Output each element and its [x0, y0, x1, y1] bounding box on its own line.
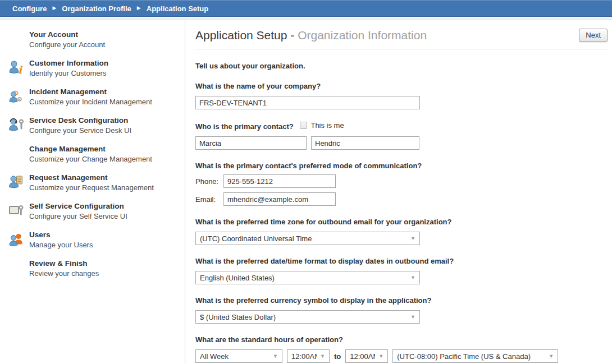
- sidebar-item-title: Review & Finish: [29, 259, 99, 269]
- sidebar-item-title: Self Service Configuration: [29, 201, 127, 211]
- next-button[interactable]: Next: [579, 29, 608, 42]
- hours-of-operation-question: What are the standard hours of operation…: [195, 335, 608, 344]
- breadcrumb: Configure ▶ Organization Profile ▶ Appli…: [0, 0, 612, 17]
- blank-icon-spacer: [8, 260, 25, 277]
- sidebar-item-title: Customer Information: [29, 58, 108, 68]
- hours-timezone-select[interactable]: (UTC-08:00) Pacific Time (US & Canada) ▼: [392, 349, 558, 363]
- sidebar-item-subtitle: Configure your Self Service UI: [29, 211, 127, 221]
- sidebar-item-subtitle: Customize your Incident Management: [29, 97, 152, 107]
- chevron-down-icon: ▼: [378, 353, 383, 359]
- datetime-format-select[interactable]: English (United States) ▼: [195, 271, 420, 284]
- chevron-down-icon: ▼: [410, 236, 415, 241]
- phone-input[interactable]: [223, 174, 336, 188]
- sidebar-item-title: Service Desk Configuration: [29, 116, 131, 126]
- sidebar-item-review-finish[interactable]: Review & Finish Review your changes: [0, 259, 185, 278]
- hours-timezone-value: (UTC-08:00) Pacific Time (US & Canada): [397, 352, 545, 361]
- sidebar-item-subtitle: Customize your Request Management: [29, 183, 154, 192]
- service-desk-icon: [8, 117, 25, 133]
- currency-question: What is the preferred currency symbol to…: [195, 296, 608, 305]
- sidebar-item-subtitle: Manage your Users: [29, 240, 93, 250]
- chevron-down-icon: ▼: [273, 353, 278, 359]
- page-title-section: Organization Information: [298, 29, 427, 42]
- blank-icon-spacer: [8, 145, 25, 162]
- sidebar-item-subtitle: Customize your Change Management: [29, 154, 152, 164]
- svg-text:⚙: ⚙: [17, 96, 22, 103]
- hours-to-label: to: [334, 352, 341, 361]
- email-label: Email:: [195, 195, 223, 204]
- sidebar-item-request-management[interactable]: Request Management Customize your Reques…: [0, 173, 185, 192]
- communication-question: What is the primary contact's preferred …: [195, 162, 608, 170]
- header-divider: [195, 49, 608, 49]
- sidebar-item-title: Incident Management: [29, 87, 152, 97]
- page-title-main: Application Setup -: [195, 29, 294, 42]
- users-icon: [8, 231, 25, 248]
- sidebar-item-subtitle: Identify your Customers: [29, 68, 108, 78]
- sidebar-item-self-service-configuration[interactable]: Self Service Configuration Configure you…: [0, 201, 185, 221]
- chevron-down-icon: ▼: [410, 275, 415, 280]
- request-management-icon: [8, 174, 25, 191]
- hours-days-select[interactable]: All Week ▼: [195, 349, 282, 363]
- datetime-format-select-value: English (United States): [200, 274, 407, 282]
- breadcrumb-configure[interactable]: Configure: [12, 4, 47, 13]
- hours-days-select-value: All Week: [200, 352, 270, 361]
- last-name-input[interactable]: [311, 136, 419, 150]
- datetime-format-question: What is the preferred date/time format t…: [195, 257, 608, 265]
- hours-end-time-value: 12:00AM: [350, 352, 375, 361]
- breadcrumb-separator-icon: ▶: [137, 5, 141, 11]
- sidebar-item-subtitle: Review your changes: [29, 269, 99, 278]
- primary-contact-question: Who is the primary contact? This is me: [195, 121, 608, 131]
- sidebar-item-incident-management[interactable]: ⚙ ⚙ Incident Management Customize your I…: [0, 87, 185, 107]
- company-name-input[interactable]: [195, 96, 420, 109]
- timezone-select-value: (UTC) Coordinated Universal Time: [200, 234, 407, 243]
- hours-start-time-select[interactable]: 12:00AM ▼: [287, 349, 330, 363]
- sidebar-item-your-account[interactable]: Your Account Configure your Account: [0, 30, 185, 49]
- timezone-question: What is the preferred time zone for outb…: [195, 218, 608, 226]
- application-setup-panel: Application Setup - Organization Informa…: [185, 20, 612, 363]
- breadcrumb-separator-icon: ▶: [52, 5, 56, 11]
- sidebar-item-title: Change Management: [29, 144, 152, 154]
- incident-management-icon: ⚙ ⚙: [8, 88, 25, 105]
- this-is-me-label: This is me: [310, 121, 344, 130]
- sidebar-item-service-desk-configuration[interactable]: Service Desk Configuration Configure you…: [0, 116, 185, 135]
- sidebar-item-subtitle: Configure your Service Desk UI: [29, 126, 131, 135]
- first-name-input[interactable]: [195, 136, 307, 150]
- currency-select[interactable]: $ (United States Dollar) ▼: [195, 310, 420, 324]
- sidebar-item-title: Your Account: [29, 30, 105, 40]
- breadcrumb-application-setup[interactable]: Application Setup: [147, 4, 209, 13]
- sidebar-item-title: Request Management: [29, 173, 154, 183]
- this-is-me-checkbox[interactable]: [300, 122, 307, 129]
- self-service-icon: [8, 202, 25, 219]
- chevron-down-icon: ▼: [549, 353, 554, 359]
- currency-select-value: $ (United States Dollar): [200, 313, 407, 321]
- sidebar-item-customer-information[interactable]: i Customer Information Identify your Cus…: [0, 58, 185, 78]
- chevron-down-icon: ▼: [410, 314, 415, 320]
- timezone-select[interactable]: (UTC) Coordinated Universal Time ▼: [195, 232, 420, 245]
- blank-icon-spacer: [8, 31, 25, 48]
- svg-text:i: i: [18, 64, 23, 76]
- email-input[interactable]: [223, 192, 336, 206]
- customer-information-icon: i: [8, 59, 25, 76]
- sidebar-item-subtitle: Configure your Account: [29, 40, 105, 49]
- chevron-down-icon: ▼: [320, 353, 325, 359]
- sidebar-item-title: Users: [29, 230, 93, 240]
- company-name-question: What is the name of your company?: [195, 82, 608, 90]
- sidebar-item-users[interactable]: Users Manage your Users: [0, 230, 185, 250]
- primary-contact-question-text: Who is the primary contact?: [195, 122, 294, 131]
- hours-start-time-value: 12:00AM: [291, 352, 317, 361]
- phone-label: Phone:: [195, 177, 223, 186]
- intro-text: Tell us about your organization.: [195, 62, 608, 70]
- hours-end-time-select[interactable]: 12:00AM ▼: [345, 349, 388, 363]
- breadcrumb-organization-profile[interactable]: Organization Profile: [62, 4, 131, 13]
- sidebar-item-change-management[interactable]: Change Management Customize your Change …: [0, 144, 185, 164]
- page-title: Application Setup - Organization Informa…: [195, 29, 427, 42]
- setup-steps-sidebar: Your Account Configure your Account i Cu…: [0, 20, 185, 363]
